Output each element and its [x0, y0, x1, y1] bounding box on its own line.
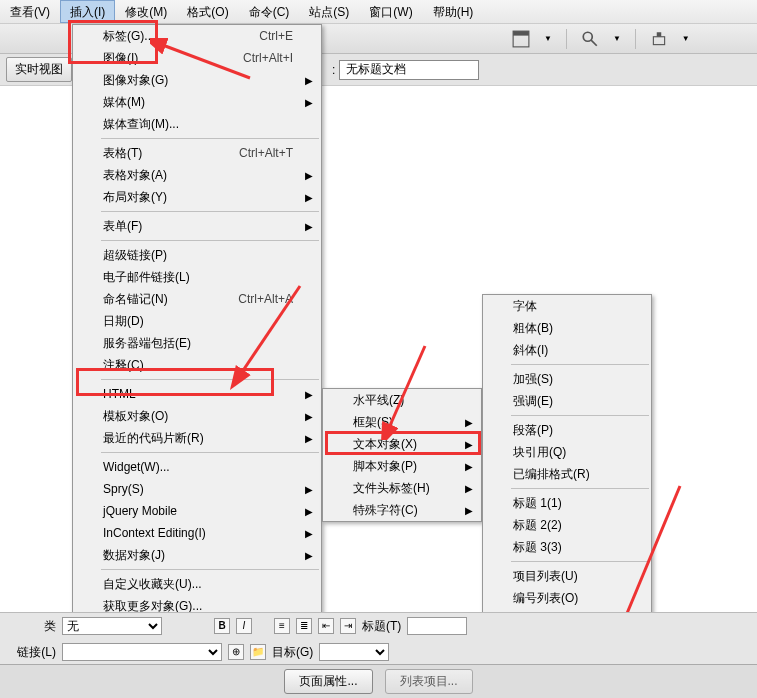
mi-h2[interactable]: 标题 2(2) [483, 514, 651, 536]
menu-modify[interactable]: 修改(M) [115, 0, 177, 23]
mi-comment[interactable]: 注释(C) [73, 354, 321, 376]
list-item-button[interactable]: 列表项目... [385, 669, 473, 694]
menu-commands[interactable]: 命令(C) [239, 0, 300, 23]
mi-email[interactable]: 电子邮件链接(L) [73, 266, 321, 288]
mi-ssi[interactable]: 服务器端包括(E) [73, 332, 321, 354]
mi-scriptobj[interactable]: 脚本对象(P)▶ [323, 455, 481, 477]
outdent-icon[interactable]: ⇤ [318, 618, 334, 634]
mi-image-obj[interactable]: 图像对象(G)▶ [73, 69, 321, 91]
html-submenu: 水平线(Z) 框架(S)▶ 文本对象(X)▶ 脚本对象(P)▶ 文件头标签(H)… [322, 388, 482, 522]
mi-ul[interactable]: 项目列表(U) [483, 565, 651, 587]
mi-media[interactable]: 媒体(M)▶ [73, 91, 321, 113]
page-properties-button[interactable]: 页面属性... [284, 669, 372, 694]
svg-rect-1 [513, 31, 529, 36]
dropdown-caret-icon[interactable]: ▼ [544, 34, 552, 43]
mi-italic[interactable]: 斜体(I) [483, 339, 651, 361]
mi-special[interactable]: 特殊字符(C)▶ [323, 499, 481, 521]
mi-hyperlink[interactable]: 超级链接(P) [73, 244, 321, 266]
link-select[interactable] [62, 643, 222, 661]
mi-anchor[interactable]: 命名锚记(N)Ctrl+Alt+A [73, 288, 321, 310]
italic-icon[interactable]: I [236, 618, 252, 634]
mi-textobj[interactable]: 文本对象(X)▶ [323, 433, 481, 455]
live-view-button[interactable]: 实时视图 [6, 57, 72, 82]
extension-icon[interactable] [650, 30, 668, 48]
mi-bold[interactable]: 粗体(B) [483, 317, 651, 339]
search-icon[interactable] [581, 30, 599, 48]
dropdown-caret-icon[interactable]: ▼ [613, 34, 621, 43]
menubar: 查看(V) 插入(I) 修改(M) 格式(O) 命令(C) 站点(S) 窗口(W… [0, 0, 757, 24]
mi-h3[interactable]: 标题 3(3) [483, 536, 651, 558]
mi-hr[interactable]: 水平线(Z) [323, 389, 481, 411]
title-field-label: 标题(T) [362, 618, 401, 635]
mi-ice[interactable]: InContext Editing(I)▶ [73, 522, 321, 544]
browse-icon[interactable]: 📁 [250, 644, 266, 660]
mi-layout-obj[interactable]: 布局对象(Y)▶ [73, 186, 321, 208]
insert-dropdown: 标签(G)...Ctrl+E 图像(I)Ctrl+Alt+I 图像对象(G)▶ … [72, 24, 322, 618]
title-label: : [332, 63, 335, 77]
statusbar: 页面属性... 列表项目... [0, 664, 757, 698]
bold-icon[interactable]: B [214, 618, 230, 634]
mi-h1[interactable]: 标题 1(1) [483, 492, 651, 514]
indent-icon[interactable]: ⇥ [340, 618, 356, 634]
dropdown-caret-icon[interactable]: ▼ [682, 34, 690, 43]
mi-blockquote[interactable]: 块引用(Q) [483, 441, 651, 463]
mi-jqm[interactable]: jQuery Mobile▶ [73, 500, 321, 522]
mi-widget[interactable]: Widget(W)... [73, 456, 321, 478]
point-to-file-icon[interactable]: ⊕ [228, 644, 244, 660]
mi-spry[interactable]: Spry(S)▶ [73, 478, 321, 500]
target-label: 目标(G) [272, 644, 313, 661]
menu-site[interactable]: 站点(S) [299, 0, 359, 23]
svg-rect-5 [657, 32, 662, 37]
mi-head[interactable]: 文件头标签(H)▶ [323, 477, 481, 499]
target-select[interactable] [319, 643, 389, 661]
menu-view[interactable]: 查看(V) [0, 0, 60, 23]
ul-icon[interactable]: ≡ [274, 618, 290, 634]
mi-template[interactable]: 模板对象(O)▶ [73, 405, 321, 427]
class-label: 类 [6, 618, 56, 635]
menu-window[interactable]: 窗口(W) [359, 0, 422, 23]
property-inspector: 类 无 B I ≡ ≣ ⇤ ⇥ 标题(T) 链接(L) ⊕ 📁 目标(G) [0, 612, 757, 664]
layout-icon[interactable] [512, 30, 530, 48]
link-label: 链接(L) [6, 644, 56, 661]
mi-p[interactable]: 段落(P) [483, 419, 651, 441]
mi-media-query[interactable]: 媒体查询(M)... [73, 113, 321, 135]
mi-font[interactable]: 字体 [483, 295, 651, 317]
svg-line-3 [591, 40, 597, 46]
menu-format[interactable]: 格式(O) [177, 0, 238, 23]
svg-point-2 [583, 32, 592, 41]
mi-em[interactable]: 强调(E) [483, 390, 651, 412]
mi-image[interactable]: 图像(I)Ctrl+Alt+I [73, 47, 321, 69]
mi-tag[interactable]: 标签(G)...Ctrl+E [73, 25, 321, 47]
menu-insert[interactable]: 插入(I) [60, 0, 115, 23]
mi-pre[interactable]: 已编排格式(R) [483, 463, 651, 485]
mi-data[interactable]: 数据对象(J)▶ [73, 544, 321, 566]
mi-table-obj[interactable]: 表格对象(A)▶ [73, 164, 321, 186]
ol-icon[interactable]: ≣ [296, 618, 312, 634]
mi-date[interactable]: 日期(D) [73, 310, 321, 332]
mi-snippets[interactable]: 最近的代码片断(R)▶ [73, 427, 321, 449]
document-title-input[interactable] [339, 60, 479, 80]
title-input[interactable] [407, 617, 467, 635]
mi-ol[interactable]: 编号列表(O) [483, 587, 651, 609]
mi-strong[interactable]: 加强(S) [483, 368, 651, 390]
svg-rect-4 [653, 36, 664, 44]
mi-html[interactable]: HTML▶ [73, 383, 321, 405]
class-select[interactable]: 无 [62, 617, 162, 635]
mi-form[interactable]: 表单(F)▶ [73, 215, 321, 237]
menu-help[interactable]: 帮助(H) [423, 0, 484, 23]
mi-favorites[interactable]: 自定义收藏夹(U)... [73, 573, 321, 595]
mi-table[interactable]: 表格(T)Ctrl+Alt+T [73, 142, 321, 164]
mi-frames[interactable]: 框架(S)▶ [323, 411, 481, 433]
